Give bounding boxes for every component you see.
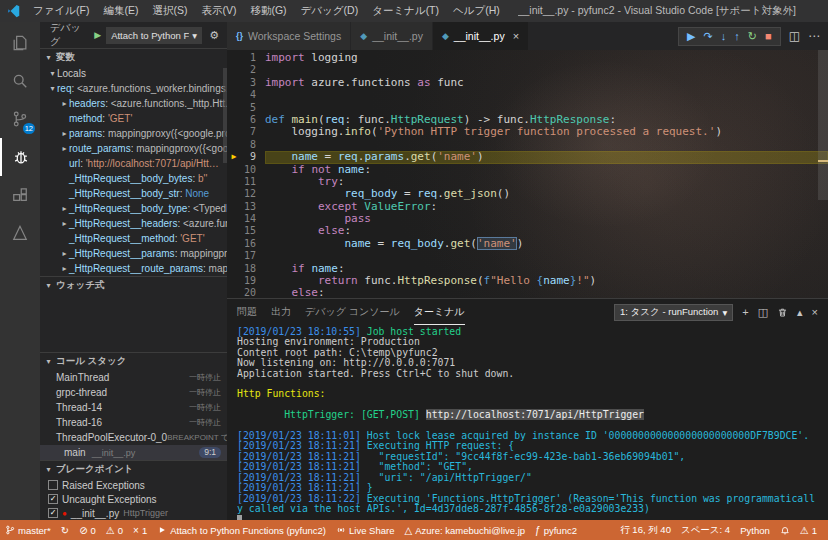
close-icon[interactable]: × — [513, 30, 519, 42]
call-stack-section-header[interactable]: ▾ コール スタック — [40, 352, 227, 370]
panel-tab[interactable]: 問題 — [237, 299, 257, 325]
callstack-row[interactable]: grpc-thread一時停止 — [40, 385, 227, 400]
step-out-button[interactable]: ↑ — [734, 30, 740, 42]
split-icon[interactable]: ◫ — [758, 306, 768, 319]
add-icon[interactable]: + — [742, 306, 748, 319]
activity-extensions[interactable] — [0, 176, 40, 214]
close-icon[interactable]: × — [812, 306, 818, 319]
variables-section-header[interactable]: ▾ 変数 — [40, 48, 227, 66]
activity-debug[interactable] — [0, 138, 40, 176]
terminal-selector[interactable]: 1: タスク - runFunction ▾ — [614, 304, 733, 321]
variable-row[interactable]: ▸_HttpRequest__body_type: <TypedData… — [40, 201, 227, 216]
status-item-スペース: 4[interactable]: スペース: 4 — [676, 520, 735, 540]
breakpoint-checkbox[interactable]: ✓ — [48, 494, 58, 504]
breakpoint-row[interactable]: Raised Exceptions — [40, 478, 227, 492]
status-item-sync[interactable]: ↻ — [56, 520, 74, 540]
breakpoint-checkbox[interactable]: ✓ — [48, 508, 58, 518]
code-line[interactable]: 3import azure.functions as func — [227, 77, 828, 89]
stop-button[interactable]: ■ — [765, 30, 772, 42]
line-number[interactable]: 8 — [241, 139, 265, 151]
line-number[interactable]: 15 — [241, 225, 265, 237]
line-number[interactable]: 20 — [241, 287, 265, 298]
editor-scrollbar[interactable] — [818, 50, 828, 298]
status-item-Python[interactable]: Python — [735, 520, 775, 540]
step-over-button[interactable]: ↷ — [704, 30, 713, 43]
code-editor[interactable]: 1import logging23import azure.functions … — [227, 50, 828, 298]
debug-config-dropdown[interactable]: Attach to Python Fu ▾ — [106, 27, 202, 44]
line-number[interactable]: 9 — [241, 151, 265, 163]
line-number[interactable]: 19 — [241, 275, 265, 287]
restart-button[interactable]: ↻ — [748, 30, 757, 43]
menu-item[interactable]: 移動(G) — [243, 0, 293, 22]
line-number[interactable]: 10 — [241, 164, 265, 176]
variable-row[interactable]: _HttpRequest__body_str: None — [40, 186, 227, 201]
continue-button[interactable]: ▶ — [687, 30, 695, 43]
code-line[interactable]: 4 — [227, 89, 828, 101]
menu-item[interactable]: ヘルプ(H) — [446, 0, 507, 22]
callstack-row[interactable]: Thread-16一時停止 — [40, 415, 227, 430]
variable-row[interactable]: _HttpRequest__body_bytes: b'' — [40, 171, 227, 186]
line-number[interactable]: 4 — [241, 89, 265, 101]
more-actions-icon[interactable]: ⋯ — [808, 29, 820, 43]
split-editor-icon[interactable]: ◫ — [789, 29, 800, 43]
code-line[interactable]: 20 else: — [227, 287, 828, 298]
line-number[interactable]: 6 — [241, 114, 265, 126]
panel-tab[interactable]: ターミナル — [414, 299, 465, 325]
menu-item[interactable]: デバッグ(D) — [294, 0, 366, 22]
step-into-button[interactable]: ↓ — [721, 30, 727, 42]
variable-row[interactable]: method: 'GET' — [40, 111, 227, 126]
line-number[interactable]: 14 — [241, 213, 265, 225]
chevron-up-icon[interactable]: ▴ — [797, 306, 803, 319]
breakpoint-checkbox[interactable] — [48, 480, 58, 490]
line-number[interactable]: 17 — [241, 250, 265, 262]
line-number[interactable]: 5 — [241, 102, 265, 114]
line-number[interactable]: 18 — [241, 263, 265, 275]
activity-azure[interactable] — [0, 214, 40, 252]
scrollbar-thumb[interactable] — [818, 50, 828, 200]
scope-locals[interactable]: ▾ Locals — [40, 66, 227, 81]
variable-row[interactable]: ▸_HttpRequest__headers: <azure.funct… — [40, 216, 227, 231]
variable-row[interactable]: ▸headers: <azure.functions._http.Htt… — [40, 96, 227, 111]
status-item-warning[interactable]: ⚠0 — [101, 520, 128, 540]
line-number[interactable]: 13 — [241, 201, 265, 213]
breakpoint-row[interactable]: ✓●__init__.pyHttpTrigger — [40, 506, 227, 520]
variable-row[interactable]: url: 'http://localhost:7071/api/Htt… — [40, 156, 227, 171]
menu-item[interactable]: 選択(S) — [145, 0, 194, 22]
status-item-error[interactable]: ⊘0 — [74, 520, 101, 540]
editor-tab[interactable]: {}Workspace Settings — [227, 22, 351, 50]
gear-icon[interactable]: ⚙ — [209, 29, 219, 42]
code-line[interactable]: 7 logging.info('Python HTTP trigger func… — [227, 126, 828, 138]
callstack-row[interactable]: Thread-14一時停止 — [40, 400, 227, 415]
status-item-functions[interactable]: ƒpyfunc2 — [530, 520, 582, 540]
status-item-broadcast[interactable]: Live Share — [331, 520, 399, 540]
activity-search[interactable] — [0, 62, 40, 100]
status-item-bell[interactable] — [775, 520, 795, 540]
line-number[interactable]: 11 — [241, 176, 265, 188]
variable-row[interactable]: ▸_HttpRequest__route_params: mapping… — [40, 261, 227, 276]
line-number[interactable]: 1 — [241, 52, 265, 64]
status-item-cross[interactable]: ×1 — [128, 520, 152, 540]
menu-item[interactable]: ファイル(F) — [26, 0, 96, 22]
line-number[interactable]: 3 — [241, 77, 265, 89]
status-item-行 16, 列 40[interactable]: 行 16, 列 40 — [615, 520, 676, 540]
code-line[interactable]: 1import logging — [227, 52, 828, 64]
menu-item[interactable]: 編集(E) — [96, 0, 145, 22]
menu-item[interactable]: 表示(V) — [194, 0, 243, 22]
activity-explorer[interactable] — [0, 24, 40, 62]
watch-section-header[interactable]: ▾ ウォッチ式 — [40, 276, 227, 294]
status-item-debug-play[interactable]: Attach to Python Functions (pyfunc2) — [152, 520, 331, 540]
line-number[interactable]: 7 — [241, 126, 265, 138]
trash-icon[interactable] — [777, 306, 788, 319]
status-item-azure-small[interactable]: △Azure: kamebuchi@live.jp — [399, 520, 530, 540]
variable-row[interactable]: ▾req: <azure.functions_worker.bindings… — [40, 81, 227, 96]
panel-tab[interactable]: デバッグ コンソール — [305, 299, 400, 325]
line-number[interactable]: 16 — [241, 238, 265, 250]
editor-tab[interactable]: ◆__init__.py× — [433, 22, 529, 50]
line-number[interactable]: 12 — [241, 188, 265, 200]
terminal-output[interactable]: [2019/01/23 18:10:55] Job host startedHo… — [227, 325, 828, 520]
status-item-alert[interactable]: ⚠1 — [795, 520, 822, 540]
code-line[interactable]: 16 name = req_body.get('name') — [227, 238, 828, 250]
panel-tab[interactable]: 出力 — [271, 299, 291, 325]
debug-arrow-icon[interactable]: ▶ — [227, 151, 241, 163]
editor-tab[interactable]: ◆__init__.py — [351, 22, 433, 50]
